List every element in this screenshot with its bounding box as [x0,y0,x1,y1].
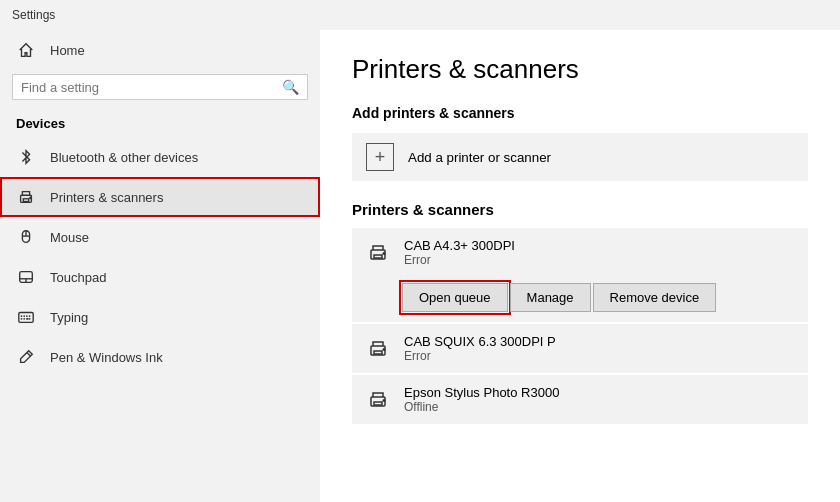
printer-item-row-1[interactable]: CAB SQUIX 6.3 300DPI P Error [352,324,808,373]
sidebar-item-printers[interactable]: Printers & scanners [0,177,320,217]
page-title: Printers & scanners [352,54,808,85]
title-bar: Settings [0,0,840,30]
svg-point-21 [383,252,385,254]
svg-rect-26 [374,402,382,405]
bluetooth-icon [16,147,36,167]
printer-list-title: Printers & scanners [352,201,808,218]
svg-rect-9 [19,313,33,323]
remove-device-button[interactable]: Remove device [593,283,717,312]
svg-point-2 [30,197,31,198]
printer-icon-2 [366,388,390,412]
sidebar-item-touchpad[interactable]: Touchpad [0,257,320,297]
sidebar-item-label-bluetooth: Bluetooth & other devices [50,150,198,165]
printer-info-2: Epson Stylus Photo R3000 Offline [404,385,794,414]
printer-status-0: Error [404,253,794,267]
printer-info-1: CAB SQUIX 6.3 300DPI P Error [404,334,794,363]
printer-item-1: CAB SQUIX 6.3 300DPI P Error [352,324,808,373]
mouse-icon [16,227,36,247]
sidebar-item-pen[interactable]: Pen & Windows Ink [0,337,320,377]
printer-item-0: CAB A4.3+ 300DPI Error Open queue Manage… [352,228,808,322]
content-area: Printers & scanners Add printers & scann… [320,30,840,502]
svg-rect-23 [374,351,382,354]
add-printer-button[interactable]: + Add a printer or scanner [352,133,808,181]
sidebar-home-label: Home [50,43,85,58]
sidebar-item-typing[interactable]: Typing [0,297,320,337]
sidebar-item-label-pen: Pen & Windows Ink [50,350,163,365]
typing-icon [16,307,36,327]
title-bar-label: Settings [12,8,55,22]
sidebar-category-devices: Devices [0,110,320,137]
sidebar-item-label-mouse: Mouse [50,230,89,245]
sidebar: Home 🔍 Devices Bluetooth & other devices [0,30,320,502]
sidebar-item-label-touchpad: Touchpad [50,270,106,285]
svg-point-24 [383,348,385,350]
printer-item-row-0[interactable]: CAB A4.3+ 300DPI Error [352,228,808,277]
printer-name-0: CAB A4.3+ 300DPI [404,238,794,253]
sidebar-item-home[interactable]: Home [0,30,320,70]
printer-item-row-2[interactable]: Epson Stylus Photo R3000 Offline [352,375,808,424]
open-queue-button[interactable]: Open queue [402,283,508,312]
printer-icon-1 [366,337,390,361]
svg-rect-1 [23,199,28,202]
search-input[interactable] [21,80,282,95]
main-layout: Home 🔍 Devices Bluetooth & other devices [0,30,840,502]
manage-button[interactable]: Manage [510,283,591,312]
sidebar-item-label-typing: Typing [50,310,88,325]
printer-icon-sidebar [16,187,36,207]
printer-icon-0 [366,241,390,265]
add-printer-label: Add a printer or scanner [408,150,551,165]
svg-line-18 [27,353,31,357]
plus-icon: + [366,143,394,171]
sidebar-item-label-printers: Printers & scanners [50,190,163,205]
printer-info-0: CAB A4.3+ 300DPI Error [404,238,794,267]
printer-status-2: Offline [404,400,794,414]
sidebar-item-mouse[interactable]: Mouse [0,217,320,257]
home-icon [16,40,36,60]
printer-name-1: CAB SQUIX 6.3 300DPI P [404,334,794,349]
svg-rect-20 [374,255,382,258]
add-section-title: Add printers & scanners [352,105,808,121]
printer-name-2: Epson Stylus Photo R3000 [404,385,794,400]
printer-actions-0: Open queue Manage Remove device [352,277,808,322]
svg-point-27 [383,399,385,401]
printer-status-1: Error [404,349,794,363]
search-icon: 🔍 [282,79,299,95]
sidebar-item-bluetooth[interactable]: Bluetooth & other devices [0,137,320,177]
touchpad-icon [16,267,36,287]
printer-item-2: Epson Stylus Photo R3000 Offline [352,375,808,424]
search-box[interactable]: 🔍 [12,74,308,100]
pen-icon [16,347,36,367]
